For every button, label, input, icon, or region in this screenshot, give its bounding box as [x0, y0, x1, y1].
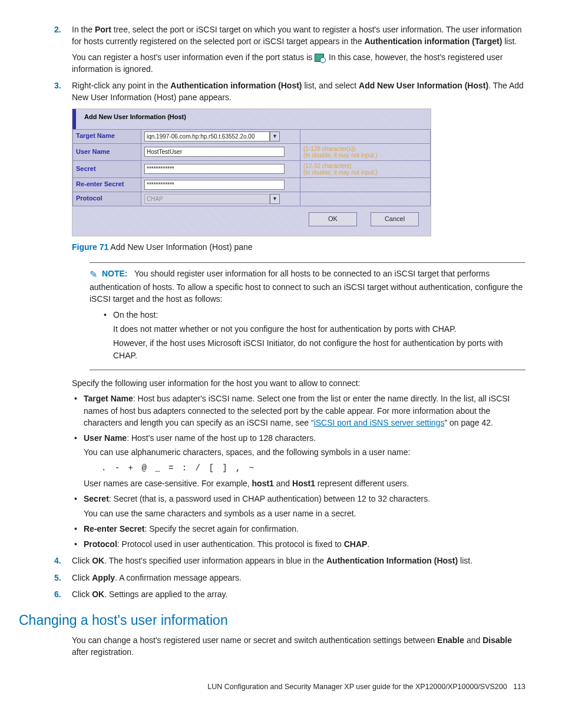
text: User names are case-sensitive. For examp… [84, 479, 252, 488]
example-host1: host1 [252, 479, 274, 488]
term: User Name [84, 433, 127, 443]
step-number: 4. [54, 555, 61, 566]
text: Right-click any point in the [72, 81, 170, 90]
text: list. [502, 37, 517, 46]
example-host1-cap: Host1 [292, 479, 315, 488]
text: : Specify the secret again for confirmat… [145, 524, 299, 533]
step-6: 6. Click OK. Settings are applied to the… [54, 588, 525, 600]
note-label: NOTE: [102, 269, 128, 278]
specify-intro: Specify the following user information f… [72, 377, 525, 389]
target-name-value[interactable]: iqn.1997-06.com.hp:hp.r50.t.63552.2o.00 [144, 131, 270, 141]
secret-input[interactable]: ************ [144, 164, 285, 174]
text: represent different users. [315, 479, 409, 488]
term-disable: Disable [482, 635, 512, 645]
chevron-down-icon: ▼ [270, 194, 280, 204]
text: . [367, 539, 369, 549]
target-name-combo[interactable]: iqn.1997-06.com.hp:hp.r50.t.63552.2o.00 … [144, 131, 280, 141]
bullet-target: Target Name: Host bus adapter's iSCSI na… [72, 393, 525, 429]
text: and [274, 479, 292, 488]
note-icon: ✎ [90, 268, 97, 281]
text: Click [72, 589, 92, 599]
link-iscsi-settings[interactable]: iSCSI port and iSNS server settings [314, 418, 445, 427]
hint-secret: (12-32 characters) (In disable, it may n… [300, 160, 431, 177]
text: after registration. [72, 647, 134, 657]
label-user: User Name [73, 143, 141, 160]
section-heading: Changing a host's user information [19, 611, 525, 630]
term-auth-info-host: Authentication Information (Host) [326, 556, 458, 565]
term-auth-target: Authentication information (Target) [364, 37, 502, 46]
term: Re-enter Secret [84, 524, 145, 533]
text: Click [72, 556, 92, 565]
page-number: 113 [513, 683, 525, 691]
text: You can change a host's registered user … [72, 635, 437, 645]
text: . A confirmation message appears. [115, 573, 242, 582]
step-number: 2. [54, 24, 61, 35]
label-protocol: Protocol [73, 192, 141, 206]
footer-text: LUN Configuration and Security Manager X… [207, 683, 507, 691]
term: Protocol [84, 539, 117, 549]
port-status-icon [315, 54, 324, 62]
text: In the [72, 25, 95, 34]
term: Target Name [84, 394, 133, 403]
term: Secret [84, 494, 109, 503]
text: and [464, 635, 482, 645]
text: : Host's user name of the host up to 128… [127, 433, 316, 443]
step-2: 2. In the Port tree, select the port or … [54, 24, 525, 75]
text: You can use alphanumeric characters, spa… [84, 446, 525, 458]
figure-caption: Figure 71 Add New User Information (Host… [72, 241, 525, 253]
note-body: You should register user information for… [90, 269, 523, 304]
cancel-button[interactable]: Cancel [371, 212, 419, 226]
text: On the host: [113, 310, 158, 319]
label-reenter: Re-enter Secret [73, 177, 141, 192]
term-ok: OK [92, 556, 104, 565]
term-chap: CHAP [344, 539, 368, 549]
protocol-combo: CHAP ▼ [144, 194, 280, 204]
ok-button[interactable]: OK [309, 212, 357, 226]
term-port: Port [95, 25, 111, 34]
protocol-value: CHAP [144, 194, 270, 204]
text: list. [458, 556, 472, 565]
term-auth-host: Authentication information (Host) [170, 81, 302, 90]
step-number: 5. [54, 572, 61, 584]
text: : Secret (that is, a password used in CH… [109, 494, 430, 503]
label-target: Target Name [73, 129, 141, 143]
figure-dialog: Add New User Information (Host) Target N… [72, 108, 431, 236]
step-5: 5. Click Apply. A confirmation message a… [54, 572, 525, 584]
term-apply: Apply [92, 573, 115, 582]
label-secret: Secret [73, 160, 141, 177]
bullet-user: User Name: Host's user name of the host … [72, 432, 525, 489]
step-number: 6. [54, 588, 61, 600]
text: It does not matter whether or not you co… [113, 323, 525, 335]
text: . The host's specified user information … [104, 556, 326, 565]
bullet-secret: Secret: Secret (that is, a password used… [72, 493, 525, 519]
page-footer: LUN Configuration and Security Manager X… [37, 681, 525, 692]
term-add-new: Add New User Information (Host) [359, 81, 488, 90]
step-4: 4. Click OK. The host's specified user i… [54, 555, 525, 566]
text: You can use the same characters and symb… [84, 508, 525, 519]
dialog-titlebar: Add New User Information (Host) [72, 109, 431, 129]
note-box: ✎ NOTE: You should register user informa… [90, 262, 525, 370]
reenter-secret-input[interactable]: ************ [144, 180, 285, 190]
term-ok: OK [92, 589, 104, 599]
step-number: 3. [54, 80, 61, 91]
text: However, if the host uses Microsoft iSCS… [113, 337, 525, 361]
hint-user: (1-128 character(s)) (In disable, it may… [300, 143, 431, 160]
caption-label: Figure 71 [72, 242, 108, 252]
user-name-input[interactable]: HostTestUser [144, 147, 285, 157]
term-enable: Enable [437, 635, 464, 645]
dialog-title: Add New User Information (Host) [76, 113, 427, 122]
bullet-reenter: Re-enter Secret: Specify the secret agai… [72, 523, 525, 535]
text: list, and select [302, 81, 359, 90]
text: Click [72, 573, 92, 582]
bullet-protocol: Protocol: Protocol used in user authenti… [72, 538, 525, 550]
note-bullet: On the host: It does not matter whether … [101, 309, 525, 361]
chevron-down-icon[interactable]: ▼ [270, 131, 280, 141]
text: ” on page 42. [444, 418, 493, 427]
text: . Settings are applied to the array. [104, 589, 227, 599]
text: You can register a host's user informati… [72, 52, 315, 62]
caption-text: Add New User Information (Host) pane [108, 242, 252, 252]
step-3: 3. Right-click any point in the Authenti… [54, 80, 525, 550]
text: : Protocol used in user authentication. … [117, 539, 344, 549]
symbol-list: . - + @ _ = : / [ ] , ~ [101, 462, 525, 474]
